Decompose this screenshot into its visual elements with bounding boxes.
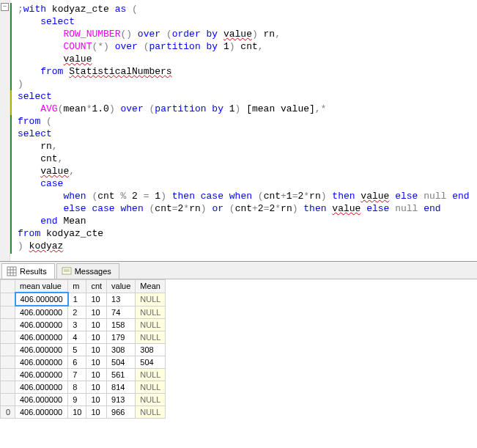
table-row[interactable]: 406.00000011013NULL: [1, 293, 166, 306]
grid-cell[interactable]: 504: [136, 356, 166, 369]
code-line[interactable]: ) kodyaz: [18, 240, 477, 252]
grid-cell[interactable]: 966: [107, 406, 136, 419]
results-grid[interactable]: mean valuemcntvalueMean406.00000011013NU…: [0, 279, 166, 419]
grid-cell[interactable]: 561: [107, 369, 136, 381]
code-line[interactable]: value,: [18, 165, 477, 177]
table-row[interactable]: 0406.0000001010966NULL: [1, 406, 166, 419]
grid-cell[interactable]: 10: [86, 394, 107, 406]
row-header[interactable]: [1, 356, 15, 369]
grid-cell[interactable]: 5: [68, 344, 86, 356]
grid-cell[interactable]: 406.000000: [15, 369, 68, 381]
column-header[interactable]: value: [107, 280, 136, 293]
grid-cell[interactable]: 7: [68, 369, 86, 381]
grid-cell[interactable]: 913: [107, 394, 136, 406]
grid-cell[interactable]: 308: [136, 344, 166, 356]
grid-cell[interactable]: NULL: [136, 369, 166, 381]
grid-cell[interactable]: 3: [68, 319, 86, 331]
grid-cell[interactable]: 1: [68, 293, 86, 306]
grid-cell[interactable]: 406.000000: [15, 344, 68, 356]
table-row[interactable]: 406.00000021074NULL: [1, 306, 166, 319]
grid-cell[interactable]: NULL: [136, 381, 166, 394]
fold-toggle[interactable]: −: [1, 3, 9, 11]
row-header[interactable]: 0: [1, 406, 15, 419]
code-line[interactable]: from StatisticalNumbers: [18, 65, 477, 78]
grid-cell[interactable]: 13: [107, 293, 136, 306]
grid-cell[interactable]: 10: [86, 331, 107, 344]
grid-cell[interactable]: 10: [86, 369, 107, 381]
grid-cell[interactable]: 2: [68, 306, 86, 319]
table-row[interactable]: 406.000000910913NULL: [1, 394, 166, 406]
grid-cell[interactable]: NULL: [136, 306, 166, 319]
code-line[interactable]: select: [18, 128, 477, 140]
code-line[interactable]: value: [18, 53, 477, 65]
grid-cell[interactable]: 308: [107, 344, 136, 356]
row-header[interactable]: [1, 293, 15, 306]
grid-cell[interactable]: 179: [107, 331, 136, 344]
code-line[interactable]: ): [18, 78, 477, 90]
code-line[interactable]: rn,: [18, 140, 477, 153]
grid-cell[interactable]: 406.000000: [15, 319, 68, 331]
grid-cell[interactable]: 6: [68, 356, 86, 369]
grid-cell[interactable]: 406.000000: [15, 394, 68, 406]
table-row[interactable]: 406.000000810814NULL: [1, 381, 166, 394]
code-line[interactable]: when (cnt % 2 = 1) then case when (cnt+1…: [18, 190, 477, 202]
row-header[interactable]: [1, 394, 15, 406]
column-header[interactable]: mean value: [15, 280, 68, 293]
table-row[interactable]: 406.000000710561NULL: [1, 369, 166, 381]
code-line[interactable]: select: [18, 15, 477, 28]
grid-cell[interactable]: 406.000000: [15, 356, 68, 369]
table-row[interactable]: 406.000000310158NULL: [1, 319, 166, 331]
code-line[interactable]: end Mean: [18, 215, 477, 227]
grid-cell[interactable]: 4: [68, 331, 86, 344]
grid-cell[interactable]: NULL: [136, 293, 166, 306]
grid-cell[interactable]: 10: [86, 356, 107, 369]
tab-messages[interactable]: Messages: [56, 263, 119, 279]
grid-cell[interactable]: 10: [86, 381, 107, 394]
code-line[interactable]: case: [18, 177, 477, 190]
grid-cell[interactable]: 9: [68, 394, 86, 406]
row-header[interactable]: [1, 306, 15, 319]
table-row[interactable]: 406.000000410179NULL: [1, 331, 166, 344]
row-header[interactable]: [1, 344, 15, 356]
code-line[interactable]: else case when (cnt=2*rn) or (cnt+2=2*rn…: [18, 202, 477, 215]
grid-cell[interactable]: 406.000000: [15, 306, 68, 319]
row-header[interactable]: [1, 319, 15, 331]
grid-cell[interactable]: NULL: [136, 331, 166, 344]
grid-cell[interactable]: NULL: [136, 394, 166, 406]
code-line[interactable]: ;with kodyaz_cte as (: [18, 3, 477, 15]
grid-corner[interactable]: [1, 280, 15, 293]
code-line[interactable]: from (: [18, 115, 477, 128]
grid-cell[interactable]: 406.000000: [15, 381, 68, 394]
grid-cell[interactable]: 10: [86, 344, 107, 356]
row-header[interactable]: [1, 369, 15, 381]
code-line[interactable]: AVG(mean*1.0) over (partition by 1) [mea…: [18, 103, 477, 115]
tab-results[interactable]: Results: [1, 263, 55, 279]
row-header[interactable]: [1, 331, 15, 344]
code-line[interactable]: cnt,: [18, 153, 477, 165]
grid-cell[interactable]: 406.000000: [15, 293, 68, 306]
code-line[interactable]: ROW_NUMBER() over (order by value) rn,: [18, 28, 477, 40]
grid-cell[interactable]: 10: [68, 406, 86, 419]
sql-editor[interactable]: − ;with kodyaz_cte as ( select ROW_NUMBE…: [0, 0, 477, 261]
grid-cell[interactable]: 74: [107, 306, 136, 319]
grid-cell[interactable]: NULL: [136, 319, 166, 331]
row-header[interactable]: [1, 381, 15, 394]
grid-cell[interactable]: 10: [86, 406, 107, 419]
grid-cell[interactable]: NULL: [136, 406, 166, 419]
code-line[interactable]: from kodyaz_cte: [18, 227, 477, 240]
code-line[interactable]: COUNT(*) over (partition by 1) cnt,: [18, 40, 477, 53]
column-header[interactable]: Mean: [136, 280, 166, 293]
grid-cell[interactable]: 504: [107, 356, 136, 369]
grid-cell[interactable]: 814: [107, 381, 136, 394]
column-header[interactable]: m: [68, 280, 86, 293]
table-row[interactable]: 406.000000510308308: [1, 344, 166, 356]
grid-cell[interactable]: 10: [86, 293, 107, 306]
grid-cell[interactable]: 8: [68, 381, 86, 394]
grid-cell[interactable]: 10: [86, 319, 107, 331]
grid-cell[interactable]: 158: [107, 319, 136, 331]
grid-cell[interactable]: 406.000000: [15, 331, 68, 344]
grid-cell[interactable]: 10: [86, 306, 107, 319]
column-header[interactable]: cnt: [86, 280, 107, 293]
table-row[interactable]: 406.000000610504504: [1, 356, 166, 369]
code-area[interactable]: ;with kodyaz_cte as ( select ROW_NUMBER(…: [18, 3, 477, 252]
